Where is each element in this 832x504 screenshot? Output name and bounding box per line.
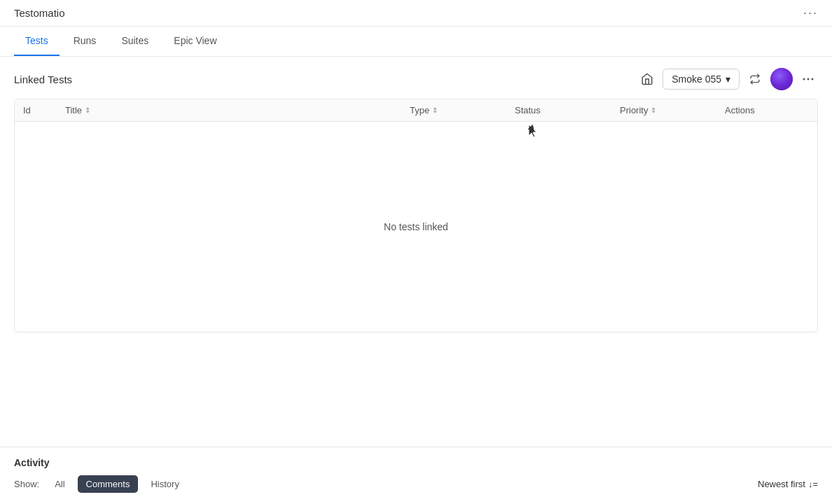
content-area: Linked Tests Smoke 055 ▾	[0, 57, 832, 344]
priority-sort-icon: ⇕	[651, 106, 656, 114]
filter-all-button[interactable]: All	[46, 475, 73, 493]
avatar-image	[770, 68, 793, 90]
filter-group: Show: All Comments History	[14, 475, 188, 493]
title-sort-icon: ⇕	[85, 106, 90, 114]
sync-button[interactable]	[745, 69, 765, 89]
activity-title: Activity	[14, 457, 818, 468]
column-status[interactable]: Status	[515, 105, 620, 115]
navigation-tabs: Tests Runs Suites Epic View	[0, 27, 832, 57]
filter-comments-button[interactable]: Comments	[78, 475, 139, 493]
tests-table: Id Title ⇕ Type ⇕ Status Priority ⇕ Acti…	[14, 99, 818, 332]
column-type[interactable]: Type ⇕	[410, 105, 515, 115]
svg-point-2	[812, 78, 814, 80]
table-header: Id Title ⇕ Type ⇕ Status Priority ⇕ Acti…	[15, 99, 817, 122]
filter-buttons: All Comments History	[46, 475, 188, 493]
app-header: Testomatio ···	[0, 0, 832, 27]
suite-selector[interactable]: Smoke 055 ▾	[663, 69, 740, 90]
column-priority[interactable]: Priority ⇕	[620, 105, 725, 115]
avatar[interactable]	[770, 68, 793, 90]
home-button[interactable]	[637, 69, 657, 89]
column-title[interactable]: Title ⇕	[65, 105, 410, 115]
activity-controls: Show: All Comments History Newest first …	[14, 475, 818, 493]
table-body: No tests linked	[15, 122, 817, 332]
svg-point-0	[803, 78, 805, 80]
chevron-down-icon: ▾	[726, 74, 730, 85]
header-more-button[interactable]: ···	[803, 6, 818, 20]
tab-suites[interactable]: Suites	[110, 27, 160, 56]
more-options-button[interactable]	[798, 69, 818, 89]
content-controls: Smoke 055 ▾	[637, 68, 818, 90]
suite-selector-value: Smoke 055	[672, 74, 721, 85]
empty-message: No tests linked	[384, 221, 448, 232]
tab-runs[interactable]: Runs	[62, 27, 108, 56]
right-controls	[770, 68, 818, 90]
filter-history-button[interactable]: History	[142, 475, 187, 493]
column-actions: Actions	[725, 105, 809, 115]
content-header: Linked Tests Smoke 055 ▾	[14, 68, 818, 90]
tab-epic-view[interactable]: Epic View	[162, 27, 228, 56]
sort-icon: ↓=	[808, 479, 818, 489]
tab-tests[interactable]: Tests	[14, 27, 60, 56]
page-title: Linked Tests	[14, 74, 72, 85]
svg-point-1	[807, 78, 810, 80]
activity-section: Activity Show: All Comments History Newe…	[0, 447, 832, 504]
type-sort-icon: ⇕	[432, 106, 438, 114]
show-label: Show:	[14, 479, 39, 489]
sort-control[interactable]: Newest first ↓=	[758, 479, 818, 489]
sort-label: Newest first	[758, 479, 805, 489]
column-id[interactable]: Id	[23, 105, 65, 115]
app-title: Testomatio	[14, 7, 65, 19]
